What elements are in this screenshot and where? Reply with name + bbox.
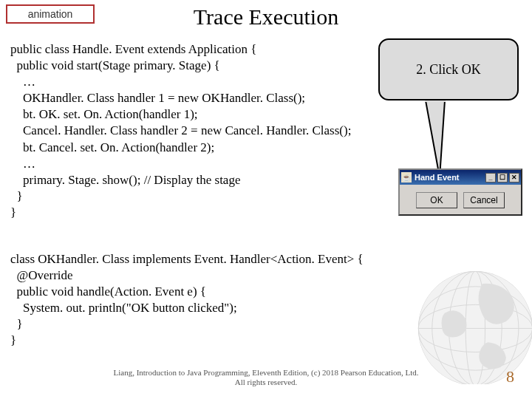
close-button[interactable]: ✕ bbox=[509, 173, 519, 183]
footer-citation: Liang, Introduction to Java Programming,… bbox=[0, 368, 532, 387]
svg-rect-1 bbox=[425, 100, 446, 102]
svg-point-9 bbox=[418, 287, 532, 370]
window-titlebar: ☕ Hand Event _ ☐ ✕ bbox=[400, 170, 521, 185]
page-number: 8 bbox=[506, 367, 514, 386]
ok-button[interactable]: OK bbox=[416, 192, 457, 208]
svg-point-10 bbox=[418, 304, 532, 352]
minimize-button[interactable]: _ bbox=[485, 173, 496, 183]
callout-text: 2. Click OK bbox=[416, 62, 481, 78]
callout-bubble: 2. Click OK bbox=[378, 38, 519, 100]
window-buttons-row: OK Cancel bbox=[400, 185, 521, 216]
code-block-1: public class Handle. Event extends Appli… bbox=[10, 41, 351, 221]
page-title: Trace Execution bbox=[0, 4, 532, 30]
window-title: Hand Event bbox=[415, 173, 484, 182]
cancel-button[interactable]: Cancel bbox=[463, 192, 505, 208]
footer-line-1: Liang, Introduction to Java Programming,… bbox=[0, 368, 532, 378]
maximize-button[interactable]: ☐ bbox=[497, 173, 508, 183]
code-block-2: class OKHandler. Class implements Event.… bbox=[10, 251, 364, 349]
footer-line-2: All rights reserved. bbox=[0, 378, 532, 387]
sample-window: ☕ Hand Event _ ☐ ✕ OK Cancel bbox=[398, 168, 522, 216]
globe-decoration bbox=[377, 259, 532, 384]
svg-marker-0 bbox=[426, 100, 445, 177]
java-icon: ☕ bbox=[401, 172, 412, 183]
